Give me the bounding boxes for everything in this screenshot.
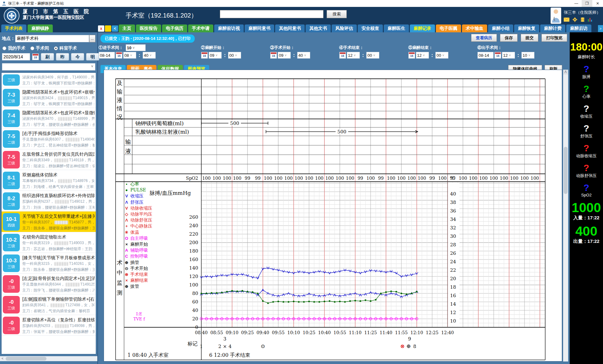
- scrollbar-thumb[interactable]: [564, 147, 568, 194]
- surgery-list-item[interactable]: 7-5二级[右手]手拇指多指畸形切除术手足显微外科病房6307，T149046，…: [2, 129, 96, 149]
- hour-select[interactable]: 08: [123, 52, 136, 59]
- minute-select[interactable]: 00: [366, 52, 379, 59]
- surgery-list-item[interactable]: -0三级[左侧]腹腔镜下单侧输卵管切除术+[右侧]妇科病房3541，T12749…: [2, 294, 96, 315]
- action-button-保存[interactable]: 保存: [500, 34, 518, 42]
- calendar-icon[interactable]: 15: [116, 52, 122, 59]
- calendar-icon[interactable]: 15: [270, 52, 277, 59]
- minute-select[interactable]: 40: [297, 52, 310, 59]
- nav-tab-麻醉记录[interactable]: 麻醉记录: [410, 24, 435, 32]
- nav-small-button-2[interactable]: <: [112, 25, 118, 32]
- nav-tab-电子医嘱[interactable]: 电子医嘱: [436, 24, 461, 32]
- radio-我的手术[interactable]: 我的手术: [3, 46, 25, 51]
- date-button-明[interactable]: 明: [86, 53, 99, 61]
- date-input[interactable]: [2, 53, 30, 61]
- surgery-list-item[interactable]: -0二级肛瘘切除术+高位（复杂性）肛瘘挂线术肛肠科病房N203，T149098，…: [2, 315, 96, 336]
- surgery-list-item[interactable]: 10-2三级右锁骨内固定物取出术骨一科病房3219，T149003，男，38岁：…: [2, 232, 96, 253]
- nav-small-button-1[interactable]: [105, 25, 111, 32]
- nav-tab-医技报告[interactable]: 医技报告: [136, 24, 161, 32]
- surgery-list-item[interactable]: -0三级[左足]趾骨骨折复位内固定术+[左足]清创手足显微外科病房6344，T1…: [2, 274, 96, 294]
- nav-tab-术中输血[interactable]: 术中输血: [462, 24, 487, 32]
- minute-select[interactable]: 00: [228, 52, 241, 59]
- surgery-list-item[interactable]: 三级泌尿外科病房3409，何子皓，T149000，男，12岁主刀：邬宇龙，蛛网膜…: [2, 73, 96, 87]
- x-axis-label: 08:55: [210, 330, 223, 335]
- surgery-list-item[interactable]: 10-1四级关节镜下左后交叉韧带重建术+[左膝关节骨一科病房3207，T1458…: [2, 211, 96, 232]
- minute-select[interactable]: 10: [521, 52, 535, 59]
- calendar-icon[interactable]: 15: [32, 53, 39, 60]
- nav-tab-安全核查[interactable]: 安全核查: [358, 24, 383, 32]
- scrollbar-thumb[interactable]: [6, 357, 46, 361]
- surgery-list-item[interactable]: 7-4三级隐匿性阴茎延长术+包皮环切术+显微镜下泌尿外科病房3470，T1489…: [2, 108, 96, 129]
- scroll-left-icon[interactable]: <: [0, 356, 5, 361]
- search-button[interactable]: 搜索: [327, 10, 347, 18]
- sidebar-tab-0[interactable]: 手术列表: [1, 24, 26, 32]
- scroll-up-icon[interactable]: ᐱ: [563, 70, 568, 75]
- calendar-icon[interactable]: 15: [494, 52, 501, 59]
- maximize-button[interactable]: ❐: [582, 0, 592, 7]
- surgeon-info: 主刀：苏志岩，静脉麻醉+神经阻滞：王韵: [22, 246, 95, 251]
- chart-icon[interactable]: [588, 17, 593, 22]
- radio-科室手术[interactable]: 科室手术: [54, 46, 77, 51]
- minute-select[interactable]: 40: [143, 52, 156, 59]
- date-box[interactable]: 08-14: [477, 52, 494, 59]
- duration-label: 麻醉时长: [570, 54, 603, 60]
- action-button-查看病历[interactable]: 查看病历: [471, 34, 497, 42]
- gear-icon[interactable]: [573, 17, 577, 22]
- nav-overflow-button[interactable]: >: [598, 25, 603, 32]
- blurred-patient-name: [66, 138, 79, 142]
- date-button-昨[interactable]: 昨: [56, 53, 69, 61]
- hour-select[interactable]: 12: [416, 52, 429, 59]
- hour-select[interactable]: 09: [278, 52, 291, 59]
- y-axis-label: 20: [192, 316, 198, 322]
- date-button-刷[interactable]: 刷: [41, 53, 54, 61]
- nav-tab-电子病历[interactable]: 电子病历: [162, 24, 187, 32]
- hour-select[interactable]: 09: [209, 52, 222, 59]
- avatar[interactable]: [551, 8, 561, 24]
- calendar-icon[interactable]: 15: [408, 52, 415, 59]
- nav-tab-麻醉计费[interactable]: 麻醉计费: [540, 24, 565, 32]
- nav-tab-麻醉同意书[interactable]: 麻醉同意书: [245, 24, 274, 32]
- sidebar-horizontal-scrollbar[interactable]: <: [0, 356, 97, 361]
- surgery-list-item[interactable]: 8-1二级双侧扁桃体切除术耳鼻喉科病房3734，T148976，女，26岁主刀：…: [2, 170, 96, 191]
- date-box[interactable]: 08-14: [99, 52, 115, 59]
- nav-tab-主页[interactable]: 主页: [119, 24, 135, 32]
- coins-icon[interactable]: [580, 17, 585, 22]
- nav-tab-麻醉恢复[interactable]: 麻醉恢复: [514, 24, 539, 32]
- surgery-list-item[interactable]: 7-3三级隐匿性阴茎延长术+包皮环切术+嵌顿包茎泌尿外科病房3424，T1490…: [2, 87, 96, 108]
- hour-select[interactable]: 12: [502, 52, 515, 59]
- nav-tab-风险评估[interactable]: 风险评估: [332, 24, 357, 32]
- nav-tab-其他文书[interactable]: 其他文书: [306, 24, 331, 32]
- action-button-打印预览[interactable]: 打印预览: [541, 34, 567, 42]
- nav-tab-手术申请[interactable]: 手术申请: [188, 24, 213, 32]
- legend-label-PULSE: PULSE: [130, 187, 146, 192]
- surgeon-info: 主刀：陈永春，腰硬联合麻醉+静脉麻醉：王韵: [22, 267, 95, 272]
- date-button-今[interactable]: 今: [71, 53, 84, 61]
- surgery-list-item[interactable]: 10-3三级[膝关节镜]关节镜下半月板修整成形术+关骨一科病房3215，T140…: [2, 253, 96, 274]
- nav-small-button-0[interactable]: x: [98, 25, 104, 32]
- action-button-提交[interactable]: 提交: [521, 34, 538, 42]
- hour-select[interactable]: 12: [347, 52, 360, 59]
- radio-手术间[interactable]: 手术间: [30, 46, 49, 51]
- minimize-button[interactable]: —: [571, 0, 582, 7]
- mail-icon[interactable]: [564, 18, 569, 22]
- search-input[interactable]: [220, 10, 323, 18]
- surgery-list-item[interactable]: 7-5三级左肱骨髁上骨折切开复位克氏针内固定术骨二科病房3349，T149118…: [2, 149, 96, 170]
- location-input[interactable]: [15, 35, 89, 42]
- location-more-button[interactable]: ...: [89, 35, 95, 42]
- close-button[interactable]: ✕: [592, 0, 603, 7]
- nav-tab-麻醉医生[interactable]: 麻醉医生: [384, 24, 409, 32]
- event-mark: 2: [218, 344, 221, 349]
- chart-vertical-scrollbar[interactable]: ᐱ: [563, 70, 568, 361]
- nav-tab-麻醉后访[interactable]: 麻醉后访: [566, 24, 591, 32]
- spo2-value: 99: [245, 176, 250, 181]
- calendar-icon[interactable]: 15: [339, 52, 346, 59]
- nav-tab-麻醉小结[interactable]: 麻醉小结: [488, 24, 513, 32]
- nav-tab-麻醉前访视[interactable]: 麻醉前访视: [214, 24, 244, 32]
- sidebar-tab-1[interactable]: 麻醉镇静: [28, 24, 53, 32]
- sidebar-dropdown[interactable]: [2, 63, 95, 71]
- marker-脉搏: [323, 301, 325, 302]
- nav-tab-其他同意书[interactable]: 其他同意书: [275, 24, 305, 32]
- minute-select[interactable]: 00: [435, 52, 448, 59]
- room-select[interactable]: 10: [126, 44, 146, 51]
- surgery-list-item[interactable]: 8-2二级组织选择性直肠粘膜环切术+外痔切除术肛肠科病房N237，T149012…: [2, 191, 96, 211]
- calendar-icon[interactable]: 15: [201, 52, 208, 59]
